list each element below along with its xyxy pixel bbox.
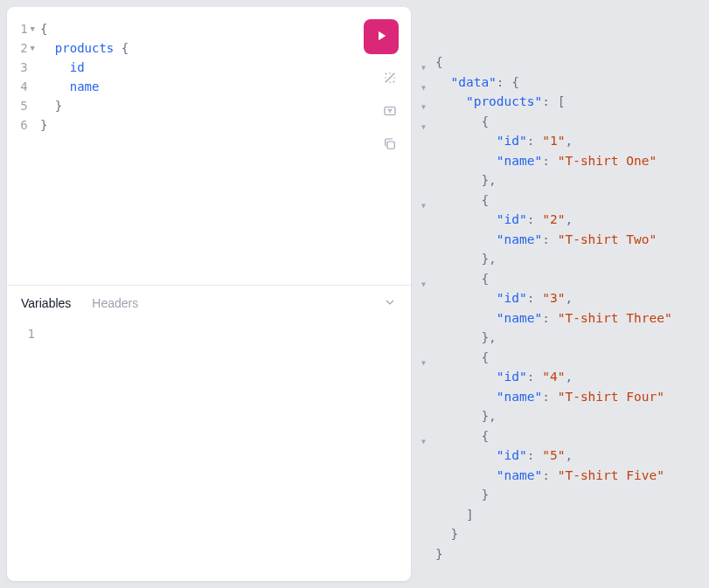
response-line: "id": "5", [421,446,699,466]
response-line: } [421,485,699,505]
response-line: "id": "3", [421,288,699,308]
response-line: ] [421,505,699,525]
line-number: 2▼ [7,38,35,58]
code-line[interactable]: products { [40,38,411,58]
collapse-toggle[interactable] [383,295,397,312]
magic-wand-icon [382,70,398,88]
fold-triangle-icon[interactable]: ▼ [31,19,35,38]
line-number: 3 [7,58,35,77]
line-number: 4 [7,77,35,96]
response-line: ▼ "data": { [421,73,699,93]
response-line: "id": "1", [421,131,699,151]
response-line: }, [421,406,699,426]
merge-icon [382,103,398,121]
left-pane: 1▼2▼3 4 5 6 { products { id name }} [7,7,411,581]
chevron-down-icon [383,298,397,312]
code-line[interactable]: id [40,58,411,77]
editor-toolbar [364,19,399,154]
line-number: 1 [28,324,35,343]
code-line[interactable]: { [40,19,411,38]
response-line: ▼ { [421,269,699,289]
response-line: "name": "T-shirt Two" [421,230,699,250]
line-number: 6 [7,115,35,135]
response-line: "name": "T-shirt Four" [421,387,699,407]
variables-editor[interactable]: 1 [7,321,411,581]
response-line: }, [421,328,699,348]
response-line: "id": "4", [421,367,699,387]
response-line: ▼ { [421,426,699,446]
fold-triangle-icon[interactable]: ▼ [31,38,35,58]
code-line[interactable]: name [40,77,411,96]
response-line: ▼ { [421,190,699,211]
query-editor[interactable]: 1▼2▼3 4 5 6 { products { id name }} [7,7,411,285]
code-line[interactable]: } [40,115,411,135]
tab-variables[interactable]: Variables [21,296,71,310]
prettify-button[interactable] [381,70,399,87]
response-line: ▼ { [421,348,699,368]
copy-icon [382,136,398,155]
run-button[interactable] [364,19,399,54]
line-number: 1▼ [7,19,35,38]
response-pane: ▼{▼ "data": {▼ "products": [▼ { "id": "1… [414,0,709,588]
svg-rect-1 [387,142,394,149]
vars-gutter: 1 [7,321,40,581]
tab-headers[interactable]: Headers [92,296,138,310]
code-line[interactable]: } [40,96,411,115]
line-number: 5 [7,96,35,115]
response-line: "id": "2", [421,210,699,230]
merge-button[interactable] [381,103,399,121]
response-line: ▼ "products": [ [421,92,699,112]
tabs-row: Variables Headers [7,286,411,321]
query-body[interactable]: { products { id name }} [40,16,411,276]
response-line: "name": "T-shirt Three" [421,308,699,329]
response-line: "name": "T-shirt One" [421,151,699,171]
response-line: }, [421,249,699,269]
response-line: ▼ { [421,112,699,132]
response-line: }, [421,170,699,190]
response-line: } [421,544,699,564]
query-gutter: 1▼2▼3 4 5 6 [7,16,40,276]
response-line: "name": "T-shirt Five" [421,466,699,486]
play-icon [373,28,389,46]
copy-button[interactable] [381,136,399,154]
response-body[interactable]: ▼{▼ "data": {▼ "products": [▼ { "id": "1… [421,52,699,564]
response-line: ▼{ [421,52,699,73]
response-line: } [421,524,699,544]
